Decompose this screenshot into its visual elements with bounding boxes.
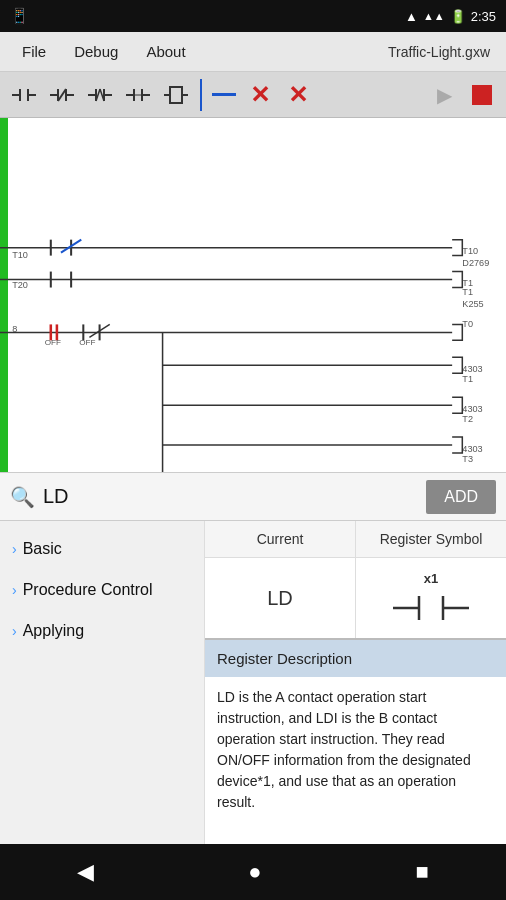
contact-p-button[interactable] [82,77,118,113]
file-menu[interactable]: File [8,43,60,60]
svg-line-8 [58,89,66,101]
sidebar-item-applying[interactable]: › Applying [0,611,204,652]
function-button[interactable] [158,77,194,113]
svg-text:T20: T20 [12,280,28,290]
svg-text:OFF: OFF [45,338,61,347]
play-icon: ▶ [437,83,452,107]
symbol-area: x1 [391,571,471,626]
search-input[interactable] [43,485,418,508]
window-title: Traffic-Light.gxw [388,44,498,60]
coil-icon [124,81,152,109]
status-bar: 📱 ▲ ▲▲ 🔋 2:35 [0,0,506,32]
battery-icon: 🔋 [450,9,466,24]
svg-text:T1: T1 [462,278,473,288]
svg-text:4303: 4303 [462,364,482,374]
contact-symbol-svg [391,590,471,626]
svg-text:OFF: OFF [79,338,95,347]
recent-apps-button[interactable]: ■ [416,859,429,885]
toolbar: ✕ ✕ ▶ [0,72,506,118]
contact-p-icon [86,81,114,109]
wifi-icon: ▲ [405,9,418,24]
contact-no-icon [10,81,38,109]
chevron-applying-icon: › [12,623,17,639]
svg-text:T1: T1 [462,288,473,298]
ladder-diagram: T10 T20 8 T10 D2769 T1 T1 K255 T0 4303 T… [0,118,506,473]
time-display: 2:35 [471,9,496,24]
sidebar-item-basic[interactable]: › Basic [0,529,204,570]
nav-bar: ◀ ● ■ [0,844,506,900]
svg-text:4303: 4303 [462,404,482,414]
play-button[interactable]: ▶ [426,77,462,113]
search-bar: 🔍 ADD [0,473,506,521]
signal-icon: ▲▲ [423,10,445,22]
register-description-body: LD is the A contact operation start inst… [205,677,506,823]
current-value-cell: LD [205,558,356,638]
contact-no-button[interactable] [6,77,42,113]
svg-text:T2: T2 [462,414,473,424]
svg-text:D2769: D2769 [462,258,489,268]
add-button[interactable]: ADD [426,480,496,514]
svg-text:T0: T0 [462,319,473,329]
menu-bar: File Debug About Traffic-Light.gxw [0,32,506,72]
right-panel-body: LD x1 [205,558,506,640]
register-description-header: Register Description [205,640,506,677]
delete-x2-button[interactable]: ✕ [280,77,316,113]
contact-nc-button[interactable] [44,77,80,113]
sidebar-applying-label: Applying [23,621,84,642]
right-panel-header: Current Register Symbol [205,521,506,558]
delete-x1-button[interactable]: ✕ [242,77,278,113]
chevron-basic-icon: › [12,541,17,557]
svg-text:K255: K255 [462,300,483,310]
stop-button[interactable] [464,77,500,113]
current-header: Current [205,521,356,557]
stop-icon [472,85,492,105]
home-button[interactable]: ● [248,859,261,885]
sidebar-item-procedure-control[interactable]: › Procedure Control [0,570,204,611]
delete-x2-icon: ✕ [288,81,308,109]
svg-text:4303: 4303 [462,444,482,454]
register-symbol-header: Register Symbol [356,521,506,557]
chevron-procedure-icon: › [12,582,17,598]
status-bar-left: 📱 [10,7,29,25]
about-menu[interactable]: About [132,43,199,60]
svg-text:T10: T10 [462,246,478,256]
svg-rect-20 [170,87,182,103]
coil-button[interactable] [120,77,156,113]
delete-x1-icon: ✕ [250,81,270,109]
status-bar-right: ▲ ▲▲ 🔋 2:35 [405,9,496,24]
symbol-x1-label: x1 [424,571,438,586]
sidebar-procedure-label: Procedure Control [23,580,153,601]
search-icon: 🔍 [10,485,35,509]
toolbar-line-blue [212,93,236,96]
sidebar-basic-label: Basic [23,539,62,560]
back-button[interactable]: ◀ [77,859,94,885]
current-value: LD [267,587,293,610]
debug-menu[interactable]: Debug [60,43,132,60]
contact-nc-icon [48,81,76,109]
symbol-cell: x1 [356,558,506,638]
svg-text:T10: T10 [12,250,28,260]
svg-text:T3: T3 [462,454,473,464]
ladder-svg: T10 T20 8 T10 D2769 T1 T1 K255 T0 4303 T… [0,118,506,472]
svg-text:T1: T1 [462,374,473,384]
phone-icon: 📱 [10,7,29,25]
toolbar-divider-blue [200,79,202,111]
function-icon [162,81,190,109]
